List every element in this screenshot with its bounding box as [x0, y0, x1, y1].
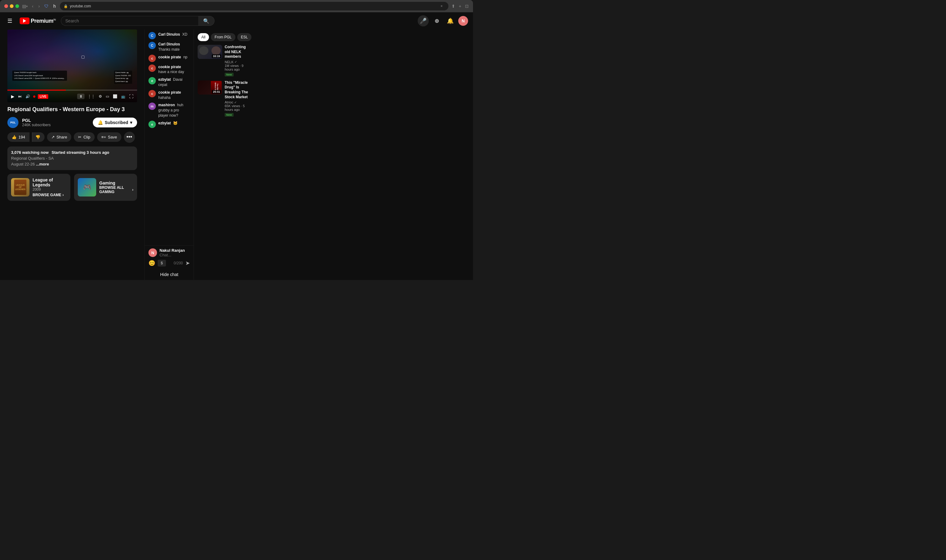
chat-content: ezbylat Davai cepat: [158, 77, 190, 88]
microphone-button[interactable]: 🎤: [418, 15, 429, 26]
channel-info: PGL 246K subscribers: [22, 118, 89, 127]
game-card-gaming[interactable]: 🎮 Gaming BROWSE ALL GAMING ›: [74, 174, 137, 201]
filter-tab-all[interactable]: All: [198, 33, 209, 41]
lol-thumbnail: LEAGUEOFLEGENDS: [11, 178, 29, 197]
chat-content: Carl Dinulos XD: [158, 32, 187, 37]
channel-logo: PGL: [8, 117, 19, 128]
create-video-button[interactable]: ⊕: [431, 15, 442, 26]
super-chat-button[interactable]: $: [158, 260, 166, 266]
chat-user-avatar: C: [148, 32, 156, 39]
gaming-info: Gaming BROWSE ALL GAMING ›: [99, 180, 133, 194]
youtube-header: ☰ PremiumIN 🔍 🎤 ⊕ 🔔 N: [0, 12, 473, 29]
tabs-overview-button[interactable]: ⊡: [465, 4, 469, 9]
thumbs-up-icon: 👍: [12, 135, 17, 139]
dislike-button[interactable]: 👎: [32, 132, 45, 142]
search-input[interactable]: [61, 16, 198, 26]
settings-button[interactable]: ⚙: [98, 94, 103, 99]
youtube-logo[interactable]: PremiumIN: [20, 17, 56, 24]
new-tab-button[interactable]: +: [459, 4, 461, 9]
chat-input-placeholder[interactable]: Chat...: [159, 253, 185, 257]
emoji-button[interactable]: 😊: [148, 260, 155, 266]
back-button[interactable]: ‹: [31, 3, 35, 9]
rec-channel-2: Atrioc ✓: [225, 100, 248, 104]
game-hud-text: Quest.TA2000 bought back LXG.Daval Lama.…: [12, 71, 67, 81]
recommendation-card[interactable]: 33:15 Confronting old NELK members NELK …: [198, 45, 248, 77]
miniplayer-button[interactable]: ▭: [105, 94, 110, 99]
chevron-right-icon-gaming: ›: [132, 188, 133, 192]
video-column: Quest.TA2000 bought back LXG.Daval Lama.…: [0, 29, 145, 280]
rec-thumbnail-2: The $500 Billion Dr... 25:41: [198, 80, 222, 95]
browse-game-link[interactable]: BROWSE GAME ›: [32, 193, 67, 197]
more-link[interactable]: ...more: [36, 162, 49, 166]
subscribe-button[interactable]: 🔔 Subscribed ▾: [93, 118, 137, 128]
rec-duration-2: 25:41: [212, 90, 221, 94]
user-avatar-button[interactable]: N: [458, 16, 468, 26]
sidebar-toggle-button[interactable]: ▤ ▾: [22, 4, 28, 9]
pause-indicator-button[interactable]: ⏸: [77, 94, 85, 99]
maximize-traffic-light[interactable]: [15, 4, 19, 8]
fullscreen-button[interactable]: ⛶: [128, 93, 134, 100]
chat-message: e ezbylat Davai cepat: [148, 77, 190, 88]
more-actions-button[interactable]: •••: [124, 132, 135, 143]
chat-text: XD: [182, 32, 187, 37]
chat-text: 🐱: [173, 121, 177, 125]
youtube-page: ☰ PremiumIN 🔍 🎤 ⊕ 🔔 N: [0, 12, 473, 280]
chat-username: ezbylat: [158, 77, 171, 82]
theatre-mode-button[interactable]: ⬜: [112, 94, 118, 99]
youtube-logo-icon: [20, 17, 29, 24]
play-button[interactable]: ▶: [11, 93, 15, 100]
person-right: [211, 46, 221, 55]
notifications-button[interactable]: 🔔: [445, 15, 456, 26]
rec-duration-1: 33:15: [212, 54, 221, 58]
send-message-button[interactable]: ➤: [185, 260, 190, 266]
hide-chat-button[interactable]: Hide chat: [145, 269, 194, 280]
minimize-traffic-light[interactable]: [10, 4, 14, 8]
address-bar[interactable]: 🔒 youtube.com ×: [60, 2, 448, 11]
like-button[interactable]: 👍 194: [8, 132, 29, 142]
chat-input-controls: 😊 $ 0/200 ➤: [148, 260, 190, 266]
recommendation-card[interactable]: The $500 Billion Dr... 25:41 This "Mirac…: [198, 80, 248, 117]
share-browser-button[interactable]: ⬆: [452, 4, 455, 9]
channel-row: PGL PGL 246K subscribers 🔔 Subscribed ▾ …: [8, 117, 137, 143]
gaming-name: Gaming: [99, 180, 133, 185]
cast-button[interactable]: 📺: [120, 94, 126, 99]
chat-content: cookie pirate hahaha: [158, 90, 190, 100]
channel-name[interactable]: PGL: [22, 118, 89, 123]
chat-user-avatar: c: [148, 55, 156, 62]
chat-user-avatar: c: [148, 65, 156, 72]
chat-username: ezbylat: [158, 121, 171, 125]
rec-title-2: This "Miracle Drug" Is Breaking The Stoc…: [225, 80, 248, 100]
close-traffic-light[interactable]: [4, 4, 8, 8]
skip-button[interactable]: ⏭: [17, 94, 22, 99]
chat-username: mashiron: [158, 103, 175, 107]
filter-tab-esl[interactable]: ESL: [237, 33, 252, 41]
live-badge: LIVE: [38, 94, 48, 99]
forward-button[interactable]: ›: [37, 3, 41, 9]
chat-text: hahaha: [158, 95, 171, 100]
chat-user-info: Nakul Ranjan Chat...: [159, 248, 185, 257]
video-player[interactable]: Quest.TA2000 bought back LXG.Daval Lama.…: [8, 29, 137, 102]
hamburger-menu-button[interactable]: ☰: [5, 15, 15, 27]
chapters-button[interactable]: ⋮⋮: [87, 94, 96, 99]
tab-close-button[interactable]: ×: [438, 3, 445, 9]
filter-tab-from-pgl[interactable]: From PGL: [211, 33, 235, 41]
shield-extension-icon[interactable]: 🛡: [44, 4, 49, 9]
honey-extension-icon[interactable]: h: [52, 4, 57, 9]
game-card-lol[interactable]: LEAGUEOFLEGENDS League of Legends 2009 B…: [8, 174, 70, 201]
lol-logo: LEAGUEOFLEGENDS: [14, 180, 26, 195]
volume-button[interactable]: 🔊: [25, 94, 31, 99]
clip-button[interactable]: ✂ Clip: [74, 132, 94, 142]
browse-all-gaming-link[interactable]: BROWSE ALL GAMING ›: [99, 185, 133, 194]
rec-info-2: This "Miracle Drug" Is Breaking The Stoc…: [225, 80, 248, 117]
chat-messages-container: C Carl Dinulos XD C Carl Dinulos Thanks …: [145, 29, 194, 245]
chevron-right-icon: ›: [62, 193, 63, 197]
save-button[interactable]: ≡+ Save: [97, 132, 121, 142]
rec-info-1: Confronting old NELK members NELK ✓ 1M v…: [225, 45, 248, 77]
chat-user-name: Nakul Ranjan: [159, 248, 185, 253]
search-button[interactable]: 🔍: [198, 16, 215, 26]
description-box: 3,076 watching now Started streaming 3 h…: [8, 146, 137, 170]
clip-icon: ✂: [78, 135, 82, 139]
chat-username: cookie pirate: [158, 55, 181, 59]
share-button[interactable]: ↗ Share: [47, 132, 72, 142]
recommendations-panel: All From PGL ESL Dota 2 Related ›: [194, 29, 252, 280]
